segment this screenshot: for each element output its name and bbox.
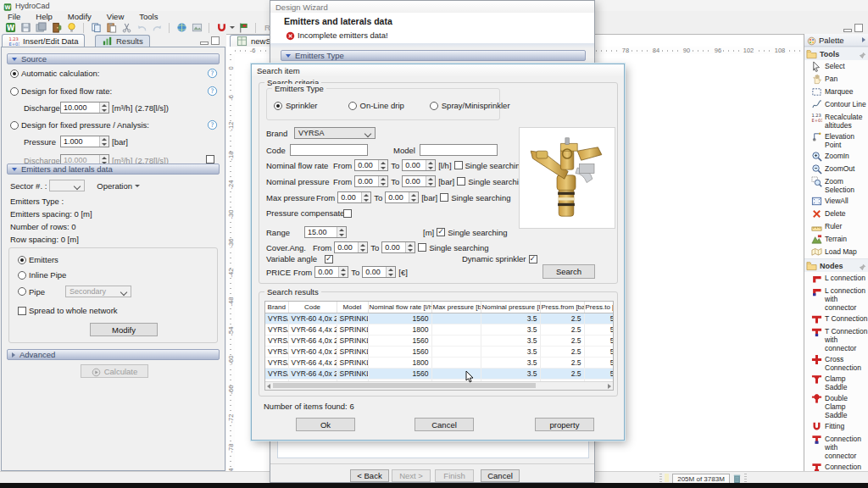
palette-item-l-connection[interactable]: L connection <box>804 272 868 285</box>
menu-file[interactable]: File <box>0 12 28 21</box>
menu-tools[interactable]: Tools <box>131 12 165 21</box>
hint-bulb-icon[interactable] <box>64 22 78 34</box>
help-icon[interactable]: ? <box>207 68 218 79</box>
analysis-checkbox[interactable] <box>206 155 214 164</box>
palette-item-pan[interactable]: Pan <box>804 73 868 86</box>
pin-icon[interactable] <box>859 50 866 58</box>
palette-item-clamp-saddle[interactable]: Clamp Saddle <box>804 373 868 392</box>
minimize-view-button[interactable] <box>843 29 852 32</box>
palette-item-ruler[interactable]: Ruler <box>804 220 868 233</box>
range-spinner[interactable]: 15.00 <box>304 226 347 238</box>
menu-help[interactable]: Help <box>28 12 60 21</box>
maximize-view-button[interactable] <box>854 24 863 32</box>
palette-item-contour-line[interactable]: Contour Line <box>804 98 868 111</box>
search-sprinkler-radio[interactable] <box>274 102 282 110</box>
flow-to-spinner[interactable]: 0.00 <box>402 159 436 171</box>
save-all-icon[interactable] <box>34 22 47 34</box>
redo-icon[interactable] <box>150 22 164 34</box>
palette-item-double-clamp-saddle[interactable]: Double Clamp Saddle <box>804 392 868 420</box>
cover-single-checkbox[interactable] <box>418 243 426 252</box>
result-row[interactable]: VYRSAVYR-66 4,4x 2,4 HSPRINKLER18003.52.… <box>265 358 614 369</box>
palette-item-marquee[interactable]: Marquee <box>804 86 868 98</box>
palette-folder-tools[interactable]: Tools <box>804 47 868 60</box>
paste-icon[interactable] <box>104 22 118 34</box>
palette-item-zoomin[interactable]: ZoomIn <box>804 150 868 163</box>
pressure-compensated-checkbox[interactable] <box>343 209 352 218</box>
palette-item-delete[interactable]: Delete <box>804 208 868 220</box>
palette-item-terrain[interactable]: Terrain <box>804 233 868 246</box>
help-icon[interactable]: ? <box>207 119 218 130</box>
web-globe-icon[interactable] <box>175 22 188 34</box>
cover-to-spinner[interactable]: 0.00 <box>381 241 415 253</box>
brand-combo[interactable]: VYRSA <box>294 127 376 139</box>
palette-item-select[interactable]: Select <box>804 60 868 73</box>
pipe-type-combo[interactable]: Secondary <box>65 286 131 297</box>
search-dialog-title-bar[interactable]: Search item <box>252 64 624 76</box>
mpress-single-checkbox[interactable] <box>440 193 448 202</box>
tab-results[interactable]: Results <box>95 35 150 47</box>
pane-minimize-button[interactable] <box>200 42 209 45</box>
palette-item-t-connection-with-connector[interactable]: T Connection with connector <box>804 325 868 353</box>
palette-item-connection-with-layflat[interactable]: Connection with layflat <box>804 461 868 471</box>
palette-item-load-map[interactable]: Load Map <box>804 246 868 258</box>
result-row[interactable]: VYRSAVYR-66 4,4x 2,4 MSPRINKLER18003.52.… <box>265 324 614 336</box>
mpress-to-spinner[interactable]: 0.00 <box>385 191 419 203</box>
search-online-drip-radio[interactable] <box>348 102 357 110</box>
scroll-left-icon[interactable] <box>267 384 270 389</box>
cover-from-spinner[interactable]: 0.00 <box>334 241 368 253</box>
app-logo-icon[interactable]: W <box>3 22 17 34</box>
flag-terrain-icon[interactable] <box>236 22 250 34</box>
search-spray-radio[interactable] <box>430 102 438 110</box>
palette-folder-nodes[interactable]: Nodes <box>804 258 868 272</box>
wizard-title-bar[interactable]: Design Wizard <box>270 1 594 13</box>
modify-button[interactable]: Modify <box>90 323 158 336</box>
range-single-checkbox[interactable] <box>437 228 445 236</box>
menu-modify[interactable]: Modify <box>60 12 99 21</box>
npress-to-spinner[interactable]: 0.00 <box>402 175 436 187</box>
source-section-header[interactable]: Source <box>7 53 220 64</box>
palette-item-cross-connection[interactable]: Cross Connection <box>804 353 868 373</box>
flow-from-spinner[interactable]: 0.00 <box>354 159 388 171</box>
emitters-radio[interactable]: Emitters <box>18 255 58 264</box>
dynamic-sprinkler-checkbox[interactable] <box>529 255 537 263</box>
image-icon[interactable] <box>190 22 203 34</box>
model-input[interactable] <box>420 144 498 156</box>
pipe-radio[interactable]: Pipe Secondary <box>18 286 131 297</box>
fixed-flow-radio[interactable]: Design for fixed flow rate: <box>10 86 112 96</box>
spread-checkbox-row[interactable]: Spread to whole network <box>18 306 118 315</box>
scroll-right-icon[interactable] <box>608 384 611 389</box>
palette-item-zoomout[interactable]: ZoomOut <box>804 163 868 175</box>
connector-dropdown-icon[interactable] <box>230 26 235 29</box>
price-to-spinner[interactable]: 0.00 <box>362 266 396 278</box>
copy-icon[interactable] <box>89 22 103 34</box>
wizard-cancel-button[interactable]: Cancel <box>481 469 520 482</box>
tab-insert-edit-data[interactable]: 1.23E+03 Insert/Edit Data <box>2 34 85 47</box>
sector-combo[interactable] <box>49 180 85 191</box>
npress-from-spinner[interactable]: 0.00 <box>354 175 388 187</box>
help-icon[interactable]: ? <box>207 86 218 97</box>
pressure-spinner[interactable]: 1.000 <box>60 136 109 147</box>
palette-item-zoom-selection[interactable]: Zoom Selection <box>804 175 868 195</box>
npress-single-checkbox[interactable] <box>457 177 465 186</box>
save-icon[interactable] <box>19 22 32 34</box>
flow-single-checkbox[interactable] <box>454 161 463 169</box>
emitters-section-header[interactable]: Emitters and laterals data <box>7 164 220 175</box>
palette-item-recalculate-altitudes[interactable]: 1.23E+03 Recalculate altitudes <box>804 111 868 130</box>
scroll-thumb[interactable] <box>273 383 536 388</box>
auto-calc-radio[interactable]: Automatic calculation: <box>10 69 99 78</box>
palette-item-viewall[interactable]: ViewAll <box>804 195 868 208</box>
inline-pipe-radio[interactable]: Inline Pipe <box>18 270 66 280</box>
palette-item-connection-with-connector[interactable]: Connection with connector <box>804 433 868 461</box>
price-from-spinner[interactable]: 0.00 <box>314 266 348 278</box>
mpress-from-spinner[interactable]: 0.00 <box>337 191 371 203</box>
search-button[interactable]: Search <box>542 264 595 279</box>
undo-icon[interactable] <box>135 22 148 34</box>
palette-item-t-connection[interactable]: T Connection <box>804 313 868 325</box>
table-h-scrollbar[interactable] <box>265 381 613 390</box>
results-header-row[interactable]: BrandCodeModelNominal flow rate [l/h]Max… <box>265 302 614 313</box>
property-button[interactable]: property <box>535 418 594 431</box>
wizard-emitters-type-header[interactable]: Emitters Type <box>281 50 586 61</box>
result-row[interactable]: VYRSAVYR-60 4,0x 2,4 MSPRINKLER15603.52.… <box>265 313 614 324</box>
pin-icon[interactable] <box>859 262 866 269</box>
result-row[interactable]: VYRSAVYR-66 4,0x 2,4 MSPRINKLER15603.52.… <box>265 336 614 347</box>
